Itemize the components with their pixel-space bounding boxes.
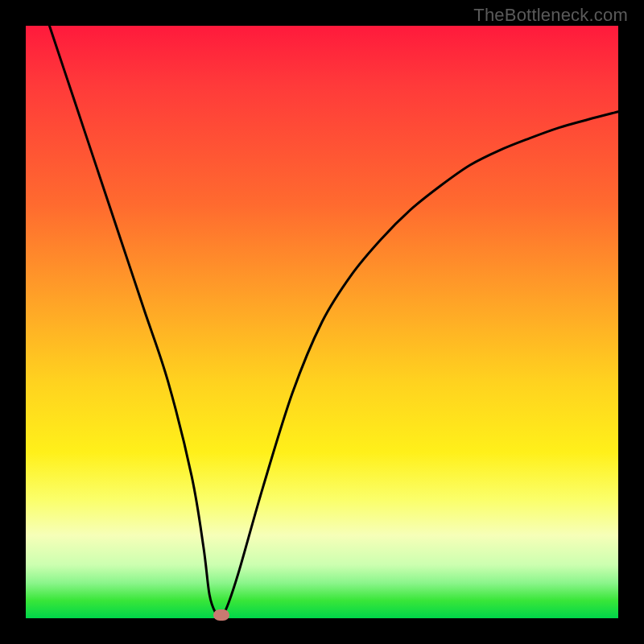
watermark-text: TheBottleneck.com	[473, 5, 628, 26]
plot-area	[26, 26, 618, 618]
optimal-point-marker	[213, 609, 229, 621]
bottleneck-curve	[26, 26, 618, 618]
chart-frame: TheBottleneck.com	[0, 0, 644, 644]
